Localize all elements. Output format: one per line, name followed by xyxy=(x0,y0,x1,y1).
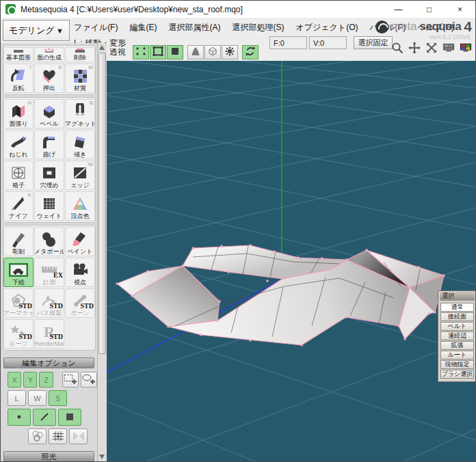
tool-tilt[interactable]: 傾き xyxy=(65,130,95,159)
tool-paint[interactable]: ペイント xyxy=(65,227,95,256)
tool-path-duplicate[interactable]: パス複製STD xyxy=(34,288,64,318)
tool-viewpoint[interactable]: 視点 xyxy=(65,258,95,287)
edge-display-icon xyxy=(152,46,164,59)
face-element-toggle[interactable] xyxy=(58,409,81,426)
tool-morph[interactable]: モーフSTD xyxy=(3,319,34,349)
minimize-button[interactable]: — xyxy=(383,1,414,18)
pan-icon[interactable] xyxy=(408,42,421,54)
vertex-display-icon xyxy=(135,46,147,59)
tool-knife[interactable]: ナイフK xyxy=(3,191,34,221)
object-shading-icon xyxy=(189,46,202,59)
tool-sculpt[interactable]: 彫刻 xyxy=(3,227,34,256)
menu-item-1[interactable]: 編集(E) xyxy=(129,22,157,33)
panel-scrollbar[interactable] xyxy=(97,43,107,461)
axis-toggle-x[interactable]: X xyxy=(8,372,21,388)
selection-mode-6[interactable]: 現物指定 xyxy=(440,360,474,369)
tool-label: メタボール xyxy=(34,247,64,256)
tool-label: ベベル xyxy=(40,120,59,128)
vertex-display-button[interactable] xyxy=(133,45,149,59)
tool-face-fill[interactable]: 面張りH xyxy=(3,99,34,128)
menu-item-0[interactable]: ファイル(F) xyxy=(74,22,118,33)
axis-toggle-z[interactable]: Z xyxy=(39,372,53,388)
underlay-icon xyxy=(8,260,29,278)
edge-display-button[interactable] xyxy=(150,45,166,59)
object-shading-button[interactable] xyxy=(187,45,204,59)
tool-flip[interactable]: 反転I xyxy=(3,64,34,93)
mode-selector[interactable]: モデリング ▼ xyxy=(3,20,70,41)
selection-mode-7[interactable]: ブラシ選択 xyxy=(440,370,474,379)
tool-edge[interactable]: エッジW xyxy=(65,161,95,190)
tool-magnet[interactable]: マグネットB xyxy=(65,99,95,128)
scroll-up-icon[interactable] xyxy=(99,45,105,50)
monitor-color-icon[interactable] xyxy=(460,42,472,54)
tool-label: モーフ xyxy=(9,340,27,348)
tool-lattice[interactable]: 格子 xyxy=(3,161,34,190)
rect-select-button[interactable] xyxy=(62,372,79,388)
tool-bend[interactable]: 曲げ xyxy=(34,130,64,159)
tool-label: アーマチャー xyxy=(3,309,34,317)
vertex-color-icon xyxy=(71,194,89,212)
view-settings-button[interactable] xyxy=(222,45,238,59)
snap-grid-button[interactable] xyxy=(49,429,67,444)
tool-renderman[interactable]: RRenderManSTD xyxy=(34,319,64,349)
rotate-view-button[interactable] xyxy=(242,45,259,59)
selection-mode-0[interactable]: 通常 xyxy=(440,303,474,312)
command-panel: 基本図形面の生成削除反転I押出E材質M面張りHベベルマグネットBねじれ曲げ傾き格… xyxy=(1,43,97,461)
line-icon xyxy=(38,411,51,424)
tool-measure[interactable]: 計測EX xyxy=(34,258,64,287)
tool-primitives[interactable]: 基本図形 xyxy=(3,47,34,62)
tool-label: 押出 xyxy=(43,84,55,92)
lws-toggle-s[interactable]: S xyxy=(49,390,67,406)
tool-weight[interactable]: ウェイト xyxy=(34,191,64,221)
selection-panel-title[interactable]: 選択 xyxy=(440,292,475,301)
tool-armature[interactable]: アーマチャーSTD xyxy=(3,288,34,318)
3d-viewport[interactable]: 選択 通常接続面ベルト連続辺拡張ルート現物指定ブラシ選択 xyxy=(107,61,475,461)
tool-bone[interactable]: ボーンSTD xyxy=(65,288,95,318)
menu-item-3[interactable]: 選択部処理(S) xyxy=(232,22,284,33)
tool-create-face[interactable]: 面の生成 xyxy=(34,47,64,62)
point-element-toggle[interactable] xyxy=(8,409,31,426)
line-element-toggle[interactable] xyxy=(33,409,56,426)
tilt-icon xyxy=(71,133,89,150)
tool-label: 格子 xyxy=(12,181,25,189)
zoom-icon[interactable] xyxy=(391,42,404,54)
soft-select-button[interactable] xyxy=(28,429,47,444)
selection-mode-4[interactable]: 拡張 xyxy=(440,341,474,350)
fill-hole-icon xyxy=(40,163,58,181)
scene-canvas[interactable] xyxy=(107,61,475,461)
close-button[interactable]: × xyxy=(445,1,475,18)
maximize-button[interactable]: □ xyxy=(414,1,445,18)
selection-mode-5[interactable]: ルート xyxy=(440,351,474,359)
tool-delete[interactable]: 削除 xyxy=(65,47,95,62)
selection-mode-1[interactable]: 接続面 xyxy=(440,312,474,321)
monitor-gray-icon[interactable] xyxy=(442,42,455,54)
orbit-icon[interactable] xyxy=(425,42,438,54)
view-settings-icon xyxy=(224,46,236,59)
tool-underlay[interactable]: 下絵 xyxy=(3,258,34,287)
lws-toggle-l[interactable]: L xyxy=(8,390,26,406)
selection-mode-3[interactable]: 連続辺 xyxy=(440,331,474,340)
tool-label: 基本図形 xyxy=(6,53,31,62)
lasso-select-button[interactable] xyxy=(81,372,97,388)
menu-item-2[interactable]: 選択部属性(A) xyxy=(168,22,220,33)
tool-twist[interactable]: ねじれ xyxy=(3,130,34,159)
tool-label: 反転 xyxy=(12,84,25,92)
tool-extrude[interactable]: 押出E xyxy=(34,64,64,93)
lws-toggle-w[interactable]: W xyxy=(28,390,47,406)
tool-material[interactable]: 材質M xyxy=(65,64,95,93)
texture-display-button[interactable] xyxy=(204,45,221,59)
tool-fill-hole[interactable]: 穴埋め xyxy=(34,161,64,190)
menu-item-4[interactable]: オブジェクト(O) xyxy=(295,22,358,33)
lighting-header[interactable]: 照光 xyxy=(3,451,94,462)
face-display-button[interactable] xyxy=(167,45,183,59)
tool-metaball[interactable]: メタボール xyxy=(34,227,64,256)
edit-options-header[interactable]: 編集オプション xyxy=(3,357,94,368)
selection-mode-2[interactable]: ベルト xyxy=(440,322,474,331)
app-icon xyxy=(5,4,16,14)
tool-bevel[interactable]: ベベル xyxy=(34,99,64,128)
scrollbar-thumb[interactable] xyxy=(98,53,106,354)
mirror-button[interactable] xyxy=(69,429,88,444)
axis-toggle-y[interactable]: Y xyxy=(23,372,37,388)
scroll-down-icon[interactable] xyxy=(99,454,105,459)
tool-vertex-color[interactable]: 頂点色 xyxy=(65,191,95,221)
